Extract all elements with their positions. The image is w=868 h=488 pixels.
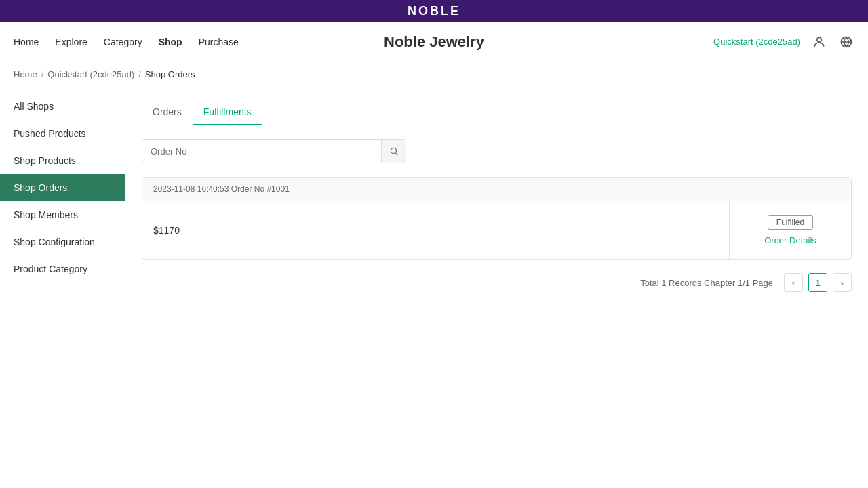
tab-orders[interactable]: Orders [142,100,193,125]
sidebar-item-shop-products[interactable]: Shop Products [0,147,125,174]
sidebar-item-shop-members[interactable]: Shop Members [0,201,125,228]
sidebar-item-shop-orders[interactable]: Shop Orders [0,174,125,201]
nav-right: Quickstart (2cde25ad) [713,34,854,50]
topbar: NOBLE [0,0,868,22]
search-input[interactable] [142,146,381,157]
order-header: 2023-11-08 16:40:53 Order No #1001 [142,178,851,201]
order-details-link[interactable]: Order Details [764,235,816,245]
quickstart-link[interactable]: Quickstart (2cde25ad) [713,37,800,47]
topbar-logo: NOBLE [408,4,460,18]
order-body: $1170 Fulfilled Order Details [142,201,851,259]
svg-line-3 [395,153,397,155]
footer-line [0,485,868,485]
nav-category[interactable]: Category [104,34,142,50]
sidebar-item-product-category[interactable]: Product Category [0,256,125,283]
order-amount: $1170 [142,201,264,259]
breadcrumb: Home / Quickstart (2cde25ad) / Shop Orde… [0,62,868,86]
search-bar [142,139,406,163]
pagination: Total 1 Records Chapter 1/1 Page ‹ 1 › [142,273,852,292]
prev-page-button[interactable]: ‹ [784,273,803,292]
nav-shop[interactable]: Shop [159,34,182,50]
sidebar-item-shop-configuration[interactable]: Shop Configuration [0,228,125,256]
breadcrumb-sep2: / [138,69,141,79]
content-area: Orders Fulfillments 2023-11-08 16:40:53 … [125,86,868,485]
globe-icon[interactable] [838,34,854,50]
user-icon[interactable] [811,34,827,50]
tabs: Orders Fulfillments [142,100,852,125]
nav-links: Home Explore Category Shop Purchase [14,34,239,50]
breadcrumb-sep1: / [41,69,44,79]
sidebar-item-all-shops[interactable]: All Shops [0,93,125,120]
page-1-button[interactable]: 1 [808,273,827,292]
svg-point-2 [391,148,396,153]
search-button[interactable] [381,139,406,163]
navbar: Home Explore Category Shop Purchase Nobl… [0,22,868,62]
nav-home[interactable]: Home [14,34,39,50]
order-middle [264,201,729,259]
order-card: 2023-11-08 16:40:53 Order No #1001 $1170… [142,177,852,260]
status-badge: Fulfilled [768,215,813,230]
breadcrumb-quickstart[interactable]: Quickstart (2cde25ad) [47,69,134,79]
breadcrumb-current: Shop Orders [145,69,195,79]
sidebar-item-pushed-products[interactable]: Pushed Products [0,120,125,147]
next-page-button[interactable]: › [833,273,852,292]
nav-purchase[interactable]: Purchase [199,34,239,50]
nav-explore[interactable]: Explore [55,34,87,50]
page-title: Noble Jewelry [384,33,484,51]
tab-fulfillments[interactable]: Fulfillments [193,100,262,125]
main-layout: All Shops Pushed Products Shop Products … [0,86,868,485]
svg-point-0 [817,37,822,42]
breadcrumb-home[interactable]: Home [14,69,37,79]
pagination-info: Total 1 Records Chapter 1/1 Page [640,278,773,288]
order-actions: Fulfilled Order Details [729,201,851,259]
sidebar: All Shops Pushed Products Shop Products … [0,86,125,485]
